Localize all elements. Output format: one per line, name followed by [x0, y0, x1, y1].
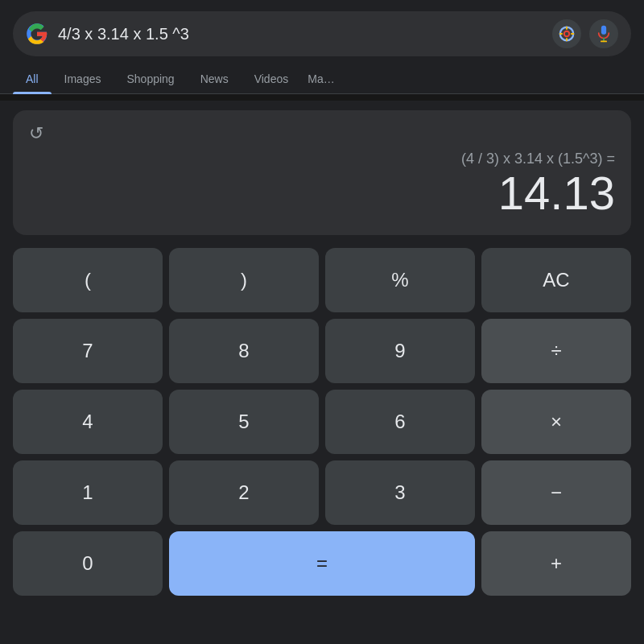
search-bar-container: 4/3 x 3.14 x 1.5 ^3	[0, 0, 644, 64]
tab-more[interactable]: Ma…	[301, 64, 341, 93]
key-open-paren[interactable]: (	[13, 248, 163, 312]
search-bar[interactable]: 4/3 x 3.14 x 1.5 ^3	[13, 11, 631, 56]
key-add[interactable]: +	[481, 531, 631, 596]
google-logo-icon	[26, 23, 48, 45]
tab-news[interactable]: News	[188, 64, 242, 93]
search-icons	[552, 19, 618, 48]
search-query[interactable]: 4/3 x 3.14 x 1.5 ^3	[58, 25, 543, 43]
calculator-display: ↺ (4 / 3) x 3.14 x (1.5^3) = 14.13	[13, 110, 631, 235]
calc-result: 14.13	[29, 167, 615, 219]
key-5[interactable]: 5	[169, 390, 319, 454]
key-0[interactable]: 0	[13, 531, 163, 596]
key-percent[interactable]: %	[325, 248, 475, 312]
tab-shopping[interactable]: Shopping	[114, 64, 187, 93]
tabs-container: All Images Shopping News Videos Ma…	[0, 64, 644, 94]
key-divide[interactable]: ÷	[481, 319, 631, 383]
svg-point-1	[564, 31, 569, 36]
tab-all[interactable]: All	[13, 64, 52, 93]
key-subtract[interactable]: −	[481, 460, 631, 525]
key-equals[interactable]: =	[169, 531, 475, 596]
key-7[interactable]: 7	[13, 319, 163, 383]
tab-images[interactable]: Images	[52, 64, 114, 93]
section-divider	[0, 94, 644, 101]
tab-videos[interactable]: Videos	[242, 64, 302, 93]
key-9[interactable]: 9	[325, 319, 475, 383]
svg-rect-2	[601, 26, 606, 35]
history-icon[interactable]: ↺	[29, 123, 615, 144]
key-multiply[interactable]: ×	[481, 390, 631, 454]
key-3[interactable]: 3	[325, 460, 475, 525]
mic-button[interactable]	[589, 19, 618, 48]
key-ac[interactable]: AC	[481, 248, 631, 312]
key-4[interactable]: 4	[13, 390, 163, 454]
keypad: ( ) % AC 7 8 9 ÷ 4 5 6 × 1 2 3 − 0 = +	[13, 248, 631, 609]
calc-expression: (4 / 3) x 3.14 x (1.5^3) =	[29, 151, 615, 167]
lens-icon	[558, 25, 576, 43]
key-1[interactable]: 1	[13, 460, 163, 525]
key-6[interactable]: 6	[325, 390, 475, 454]
lens-button[interactable]	[552, 19, 581, 48]
calculator: ↺ (4 / 3) x 3.14 x (1.5^3) = 14.13 ( ) %…	[0, 101, 644, 609]
key-8[interactable]: 8	[169, 319, 319, 383]
key-close-paren[interactable]: )	[169, 248, 319, 312]
mic-icon	[596, 25, 612, 43]
key-2[interactable]: 2	[169, 460, 319, 525]
